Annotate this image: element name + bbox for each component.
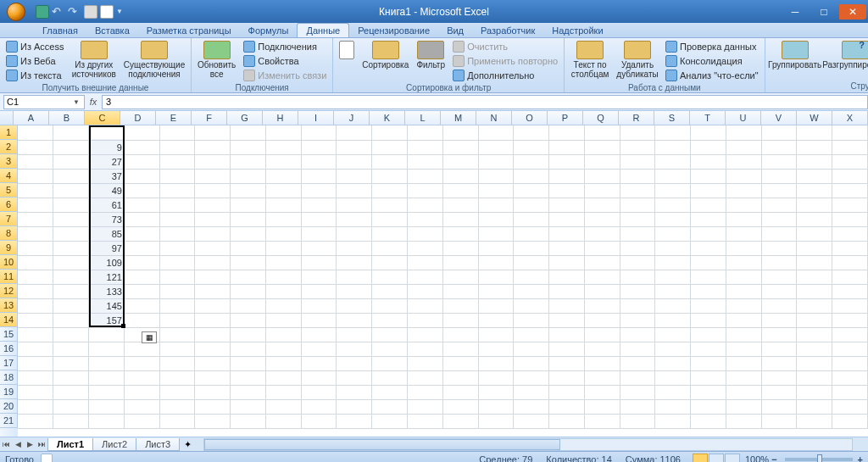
- cell[interactable]: [124, 356, 159, 370]
- cell[interactable]: [18, 154, 53, 169]
- cell[interactable]: [691, 226, 726, 241]
- cell[interactable]: [549, 298, 585, 313]
- cell[interactable]: [124, 370, 159, 385]
- cell[interactable]: [620, 270, 655, 284]
- column-header[interactable]: M: [441, 111, 476, 125]
- column-header[interactable]: B: [49, 111, 85, 125]
- cell[interactable]: [655, 385, 691, 399]
- row-header[interactable]: 17: [0, 356, 18, 370]
- cell[interactable]: [18, 140, 53, 154]
- cell[interactable]: [442, 226, 478, 241]
- cell[interactable]: [159, 270, 195, 284]
- cell[interactable]: [53, 414, 89, 428]
- cell[interactable]: [549, 370, 585, 385]
- cell[interactable]: [761, 284, 797, 298]
- cell[interactable]: [53, 270, 89, 284]
- cell[interactable]: [18, 169, 53, 183]
- cell[interactable]: [549, 226, 585, 241]
- cell[interactable]: [372, 342, 408, 356]
- cell[interactable]: [124, 298, 159, 313]
- cell[interactable]: [584, 125, 620, 140]
- cell[interactable]: [53, 298, 89, 313]
- cell[interactable]: [442, 154, 478, 169]
- cell[interactable]: [549, 342, 585, 356]
- cell[interactable]: [655, 241, 691, 255]
- cell[interactable]: [159, 356, 195, 370]
- cell[interactable]: [265, 298, 301, 313]
- cell[interactable]: [797, 356, 832, 370]
- cell[interactable]: [372, 327, 408, 342]
- cell[interactable]: 121: [89, 270, 125, 284]
- whatif-button[interactable]: Анализ "что-если": [663, 69, 761, 82]
- cell[interactable]: [53, 342, 89, 356]
- cell[interactable]: [726, 212, 761, 226]
- tab-view[interactable]: Вид: [438, 24, 472, 37]
- cell[interactable]: [442, 356, 478, 370]
- cell[interactable]: [691, 370, 726, 385]
- cell[interactable]: [372, 270, 408, 284]
- cell[interactable]: [124, 399, 159, 414]
- cell[interactable]: [337, 385, 372, 399]
- cell[interactable]: [231, 154, 266, 169]
- cell[interactable]: [408, 399, 443, 414]
- cell[interactable]: [124, 154, 159, 169]
- cell[interactable]: [478, 183, 514, 198]
- cell[interactable]: [691, 183, 726, 198]
- cell[interactable]: [478, 385, 514, 399]
- data-validation-button[interactable]: Проверка данных: [663, 40, 761, 53]
- cell[interactable]: [442, 284, 478, 298]
- cell[interactable]: [478, 255, 514, 270]
- cell[interactable]: [726, 284, 761, 298]
- cell[interactable]: [691, 198, 726, 212]
- cell[interactable]: [301, 255, 337, 270]
- cell[interactable]: [301, 356, 337, 370]
- sheet-tab-2[interactable]: Лист2: [92, 438, 136, 451]
- cell[interactable]: [301, 198, 337, 212]
- zoom-in-button[interactable]: +: [858, 454, 863, 462]
- cell[interactable]: [514, 313, 549, 327]
- cell[interactable]: [337, 342, 372, 356]
- cell[interactable]: [761, 342, 797, 356]
- column-header[interactable]: J: [334, 111, 370, 125]
- cell[interactable]: [797, 370, 832, 385]
- cell[interactable]: [761, 370, 797, 385]
- cell[interactable]: [797, 169, 832, 183]
- cell[interactable]: [18, 370, 53, 385]
- row-header[interactable]: 18: [0, 370, 18, 385]
- cell[interactable]: [584, 313, 620, 327]
- view-pagebreak-button[interactable]: [725, 454, 740, 463]
- cell[interactable]: [231, 327, 266, 342]
- cell[interactable]: [337, 140, 372, 154]
- tab-pagelayout[interactable]: Разметка страницы: [138, 24, 240, 37]
- cell[interactable]: [231, 241, 266, 255]
- macro-record-icon[interactable]: [41, 454, 53, 462]
- cell[interactable]: [53, 370, 89, 385]
- cell[interactable]: [301, 270, 337, 284]
- horizontal-scrollbar[interactable]: [203, 438, 853, 451]
- cell[interactable]: [478, 212, 514, 226]
- cell[interactable]: [18, 284, 53, 298]
- name-box[interactable]: ▼: [3, 95, 85, 109]
- cell[interactable]: [124, 385, 159, 399]
- cell[interactable]: [159, 198, 195, 212]
- cell[interactable]: [620, 255, 655, 270]
- cell[interactable]: [620, 327, 655, 342]
- cell[interactable]: [159, 399, 195, 414]
- cell[interactable]: [408, 342, 443, 356]
- cell[interactable]: [18, 313, 53, 327]
- refresh-all-button[interactable]: Обновить все: [195, 40, 238, 80]
- cell[interactable]: [478, 241, 514, 255]
- column-header[interactable]: E: [156, 111, 192, 125]
- cell[interactable]: [514, 399, 549, 414]
- row-header[interactable]: 13: [0, 298, 18, 313]
- cell[interactable]: [478, 342, 514, 356]
- cell[interactable]: [301, 212, 337, 226]
- cell[interactable]: [514, 169, 549, 183]
- cell[interactable]: [159, 212, 195, 226]
- cell[interactable]: [620, 183, 655, 198]
- cell[interactable]: [265, 183, 301, 198]
- cell[interactable]: [620, 399, 655, 414]
- cell[interactable]: [442, 125, 478, 140]
- cell[interactable]: [549, 414, 585, 428]
- cell[interactable]: [655, 327, 691, 342]
